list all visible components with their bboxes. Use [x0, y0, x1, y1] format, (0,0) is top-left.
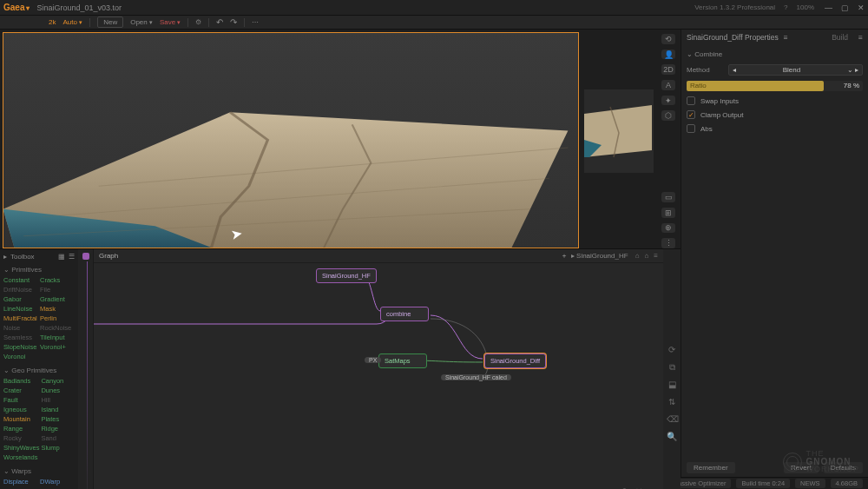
filename: SinaiGround_01_v03.tor: [36, 3, 122, 12]
toolbox-layout-icon[interactable]: ▦: [58, 253, 65, 261]
tool-item[interactable]: DWarp: [40, 477, 75, 486]
properties-menu-icon[interactable]: ≡: [858, 33, 863, 42]
redo-button[interactable]: ↷: [230, 17, 237, 27]
mode-2d-button[interactable]: 2D: [661, 64, 675, 75]
graph-lock-icon[interactable]: ⌂: [635, 252, 640, 260]
tool-item[interactable]: Fault: [3, 395, 39, 405]
auto-toggle[interactable]: Auto ▾: [62, 18, 82, 26]
abs-checkbox[interactable]: [687, 124, 695, 133]
open-button[interactable]: Open ▾: [130, 18, 153, 26]
env-icon[interactable]: ⬡: [661, 110, 675, 121]
minimize-icon[interactable]: —: [825, 3, 832, 12]
memory-indicator: 4.68GB: [831, 479, 863, 488]
tool-item[interactable]: Sand: [41, 433, 75, 443]
tool-item[interactable]: Badlands: [3, 376, 39, 386]
tool-item[interactable]: Voronoi+: [40, 342, 75, 352]
side-save-icon[interactable]: ⬓: [667, 380, 677, 390]
viewport-mini[interactable]: [584, 89, 654, 173]
grid-icon[interactable]: ⊞: [661, 208, 675, 218]
zoom-label: 100%: [797, 3, 814, 11]
graph-side-toolbar: ⟳ ⧉ ⬓ ⇅ ⌫ 🔍: [663, 249, 681, 489]
title-bar: Gaea▾ SinaiGround_01_v03.tor Version 1.3…: [0, 0, 868, 16]
toolbox-menu-icon[interactable]: ☰: [69, 253, 75, 261]
settings-icon[interactable]: ⚙: [195, 18, 201, 26]
tool-item[interactable]: Mask: [40, 304, 75, 314]
camera-icon[interactable]: 👤: [661, 50, 675, 60]
side-refresh-icon[interactable]: ⟳: [667, 345, 677, 355]
abs-label: Abs: [700, 125, 713, 133]
tool-item[interactable]: SlopeNoise: [3, 342, 38, 352]
tool-item[interactable]: Cracks: [40, 275, 75, 285]
tool-item[interactable]: Mountain: [3, 414, 39, 424]
defaults-button[interactable]: Defaults: [824, 462, 863, 473]
tool-item[interactable]: Crater: [3, 386, 39, 395]
tool-item[interactable]: LineNoise: [3, 304, 38, 314]
resolution-selector[interactable]: 2k: [49, 18, 56, 26]
side-trash-icon[interactable]: ⌫: [667, 414, 677, 425]
tool-item[interactable]: Range: [3, 424, 39, 433]
tool-item[interactable]: Gradient: [40, 294, 75, 304]
tool-item[interactable]: Igneous: [3, 405, 39, 414]
swap-checkbox[interactable]: [687, 96, 695, 105]
tool-item[interactable]: Noise: [3, 323, 38, 333]
help-icon[interactable]: ?: [784, 3, 787, 11]
remember-button[interactable]: Remember: [687, 462, 735, 473]
orbit-icon[interactable]: ⟲: [661, 34, 675, 44]
tool-item[interactable]: Slump: [41, 443, 75, 453]
node-canvas[interactable]: SinaiGround_HF combine SatMaps SinaiGrou…: [94, 263, 663, 489]
tool-item[interactable]: MultiFractal: [3, 314, 38, 323]
close-icon[interactable]: ✕: [858, 3, 865, 12]
maximize-icon[interactable]: ▢: [841, 3, 849, 12]
side-search-icon[interactable]: 🔍: [667, 432, 677, 442]
tool-item[interactable]: Plates: [41, 414, 75, 424]
side-copy-icon[interactable]: ⧉: [667, 362, 677, 373]
tool-item[interactable]: Ridge: [41, 424, 75, 433]
tool-item[interactable]: RockNoise: [40, 323, 75, 333]
port-chip: SinaiGround_HF caled: [441, 374, 511, 380]
news-button[interactable]: NEWS: [795, 479, 825, 488]
node-combine[interactable]: combine: [380, 307, 429, 321]
save-button[interactable]: Save ▾: [160, 18, 181, 26]
tool-item[interactable]: File: [40, 285, 75, 294]
graph-add-icon[interactable]: ＋: [561, 251, 568, 261]
tool-item[interactable]: Canyon: [41, 376, 75, 386]
revert-button[interactable]: Revert: [784, 462, 819, 473]
tool-item[interactable]: Gabor: [3, 294, 38, 304]
tool-item[interactable]: Dunes: [41, 386, 75, 395]
properties-list-icon[interactable]: ≡: [784, 33, 788, 42]
tool-item[interactable]: Voronoi: [3, 352, 38, 361]
graph-home-icon[interactable]: ⌂: [644, 252, 648, 260]
undo-button[interactable]: ↶: [216, 17, 223, 27]
tool-item[interactable]: Displace: [3, 477, 38, 486]
new-button[interactable]: New: [97, 17, 123, 28]
tool-item[interactable]: Constant: [3, 275, 38, 285]
node-satmaps[interactable]: SatMaps: [378, 354, 427, 368]
tool-item[interactable]: Rocky: [3, 433, 39, 443]
tool-item[interactable]: ShinyWaves: [3, 443, 39, 453]
clamp-checkbox[interactable]: ✓: [687, 110, 695, 119]
viewport-3d[interactable]: ➤: [3, 32, 579, 248]
method-select[interactable]: ◂Blend⌄ ▸: [728, 64, 863, 76]
app-logo[interactable]: Gaea▾: [3, 3, 30, 12]
node-diff-selected[interactable]: SinaiGround_Diff: [484, 354, 546, 368]
add-icon[interactable]: ⊕: [661, 223, 675, 234]
more-icon[interactable]: ⋯: [252, 18, 259, 26]
tool-item[interactable]: Hill: [41, 395, 75, 405]
graph-menu-icon[interactable]: ≡: [654, 252, 658, 260]
frame-icon[interactable]: ▭: [661, 192, 675, 202]
tool-item[interactable]: TileInput: [40, 333, 75, 342]
side-link-icon[interactable]: ⇅: [667, 397, 677, 407]
light-icon[interactable]: ✦: [661, 96, 675, 106]
node-top[interactable]: SinaiGround_HF: [316, 268, 377, 283]
tool-item[interactable]: DriftNoise: [3, 285, 38, 294]
build-tab[interactable]: Build: [832, 33, 848, 42]
tool-item[interactable]: Seamless: [3, 333, 38, 342]
mode-text-button[interactable]: A: [661, 80, 675, 90]
tool-item[interactable]: Perlin: [40, 314, 75, 323]
breadcrumb[interactable]: ▸ SinaiGround_HF: [571, 252, 628, 260]
tool-item[interactable]: Worselands: [3, 453, 39, 462]
more-viewport-icon[interactable]: ⋮: [661, 238, 675, 248]
tool-item[interactable]: Island: [41, 405, 75, 414]
ratio-slider[interactable]: Ratio 78 %: [687, 81, 863, 91]
graph-pin-icon[interactable]: [82, 253, 89, 260]
